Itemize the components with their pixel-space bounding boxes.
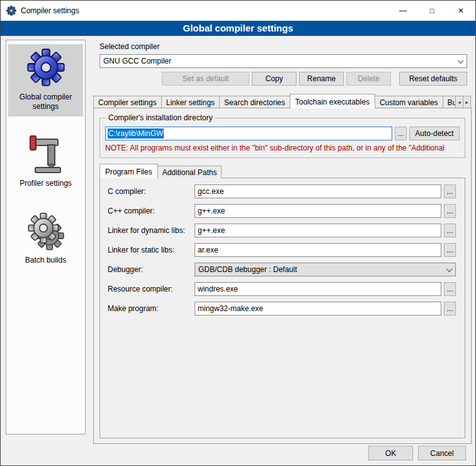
chevron-down-icon xyxy=(443,263,455,276)
install-dir-value: C:\raylib\MinGW xyxy=(108,128,164,139)
install-dir-row: C:\raylib\MinGW ... Auto-detect xyxy=(105,127,460,140)
resource-compiler-input[interactable] xyxy=(195,282,441,296)
tab-linker-settings[interactable]: Linker settings xyxy=(161,96,220,108)
compiler-select-value: GNU GCC Compiler xyxy=(103,57,454,65)
tabs-scroll-right-icon[interactable]: ► xyxy=(463,96,471,108)
static-linker-row: Linker for static libs: ... xyxy=(108,243,456,257)
page-title: Global compiler settings xyxy=(1,21,475,36)
static-linker-label: Linker for static libs: xyxy=(108,246,195,254)
static-linker-input[interactable] xyxy=(195,243,441,257)
tab-search-directories[interactable]: Search directories xyxy=(219,96,290,108)
subtab-strip: Program Files Additional Paths xyxy=(99,164,465,178)
install-dir-group-title: Compiler's installation directory xyxy=(106,113,215,122)
window-title: Compiler settings xyxy=(21,6,79,15)
resource-compiler-browse-button[interactable]: ... xyxy=(444,282,456,296)
sidebar-item-profiler-settings[interactable]: Profiler settings xyxy=(8,132,83,193)
tab-scroll-arrows: ◄ ► xyxy=(455,96,471,108)
ok-button[interactable]: OK xyxy=(368,446,413,460)
profiler-icon xyxy=(29,135,63,174)
c-compiler-input[interactable] xyxy=(195,185,441,198)
resource-compiler-row: Resource compiler: ... xyxy=(108,282,456,296)
cpp-compiler-browse-button[interactable]: ... xyxy=(444,204,456,218)
install-dir-input[interactable]: C:\raylib\MinGW xyxy=(105,127,392,140)
main-panel: Selected compiler GNU GCC Compiler Set a… xyxy=(93,38,472,448)
compiler-settings-window: Compiler settings — □ ✕ Global compiler … xyxy=(0,0,476,466)
make-program-input[interactable] xyxy=(195,302,441,315)
debugger-select[interactable]: GDB/CDB debugger : Default xyxy=(195,263,456,276)
set-as-default-button[interactable]: Set as default xyxy=(162,72,249,86)
dynamic-linker-browse-button[interactable]: ... xyxy=(444,224,456,237)
maximize-icon[interactable]: □ xyxy=(417,1,446,21)
sidebar-item-label: Global compiler settings xyxy=(9,93,82,111)
tab-compiler-settings[interactable]: Compiler settings xyxy=(93,96,162,108)
cpp-compiler-row: C++ compiler: ... xyxy=(108,204,456,218)
sidebar-item-global-compiler-settings[interactable]: Global compiler settings xyxy=(8,44,83,116)
c-compiler-browse-button[interactable]: ... xyxy=(444,185,456,198)
titlebar: Compiler settings — □ ✕ xyxy=(1,1,475,21)
gear-icon xyxy=(25,47,67,88)
program-files-panel: C compiler: ... C++ compiler: ... Linker… xyxy=(99,178,465,438)
sidebar-item-batch-builds[interactable]: Batch builds xyxy=(8,208,83,270)
tab-strip: Compiler settings Linker settings Search… xyxy=(93,94,472,108)
resource-compiler-label: Resource compiler: xyxy=(108,285,195,293)
static-linker-browse-button[interactable]: ... xyxy=(444,243,456,257)
cpp-compiler-input[interactable] xyxy=(195,204,441,218)
c-compiler-row: C compiler: ... xyxy=(108,185,456,198)
rename-button[interactable]: Rename xyxy=(299,72,344,86)
dynamic-linker-input[interactable] xyxy=(195,224,441,237)
selected-compiler-label: Selected compiler xyxy=(99,42,159,51)
close-icon[interactable]: ✕ xyxy=(446,1,475,21)
autodetect-button[interactable]: Auto-detect xyxy=(409,127,460,140)
gears-icon xyxy=(26,212,65,251)
debugger-select-value: GDB/CDB debugger : Default xyxy=(198,265,443,274)
dynamic-linker-row: Linker for dynamic libs: ... xyxy=(108,224,456,237)
tab-custom-variables[interactable]: Custom variables xyxy=(375,96,443,108)
sidebar-item-label: Profiler settings xyxy=(9,179,82,188)
sidebar: Global compiler settings Profiler settin… xyxy=(6,40,86,435)
c-compiler-label: C compiler: xyxy=(108,187,195,196)
cpp-compiler-label: C++ compiler: xyxy=(108,207,195,215)
compiler-buttons-row: Set as default Copy Rename Delete Reset … xyxy=(99,72,467,86)
debugger-label: Debugger: xyxy=(108,265,195,274)
note-text: NOTE: All programs must exist either in … xyxy=(105,144,460,152)
chevron-down-icon xyxy=(454,55,467,67)
compiler-select[interactable]: GNU GCC Compiler xyxy=(99,54,467,68)
dynamic-linker-label: Linker for dynamic libs: xyxy=(108,226,195,235)
install-dir-browse-button[interactable]: ... xyxy=(395,127,407,140)
make-program-row: Make program: ... xyxy=(108,302,456,315)
delete-button[interactable]: Delete xyxy=(346,72,391,86)
make-program-label: Make program: xyxy=(108,304,195,313)
tab-toolchain-executables[interactable]: Toolchain executables xyxy=(290,94,375,108)
subtab-program-files[interactable]: Program Files xyxy=(99,164,158,178)
reset-defaults-button[interactable]: Reset defaults xyxy=(399,72,467,86)
install-dir-group: Compiler's installation directory C:\ray… xyxy=(99,113,465,158)
debugger-row: Debugger: GDB/CDB debugger : Default xyxy=(108,263,456,276)
window-controls: — □ ✕ xyxy=(388,1,475,21)
cancel-button[interactable]: Cancel xyxy=(418,446,466,460)
dialog-footer: OK Cancel xyxy=(368,446,466,460)
app-icon xyxy=(6,6,16,16)
toolchain-executables-page: Compiler's installation directory C:\ray… xyxy=(93,108,472,444)
minimize-icon[interactable]: — xyxy=(388,1,417,21)
make-program-browse-button[interactable]: ... xyxy=(444,302,456,315)
subtab-additional-paths[interactable]: Additional Paths xyxy=(157,166,222,178)
copy-button[interactable]: Copy xyxy=(252,72,297,86)
sidebar-item-label: Batch builds xyxy=(9,256,82,265)
